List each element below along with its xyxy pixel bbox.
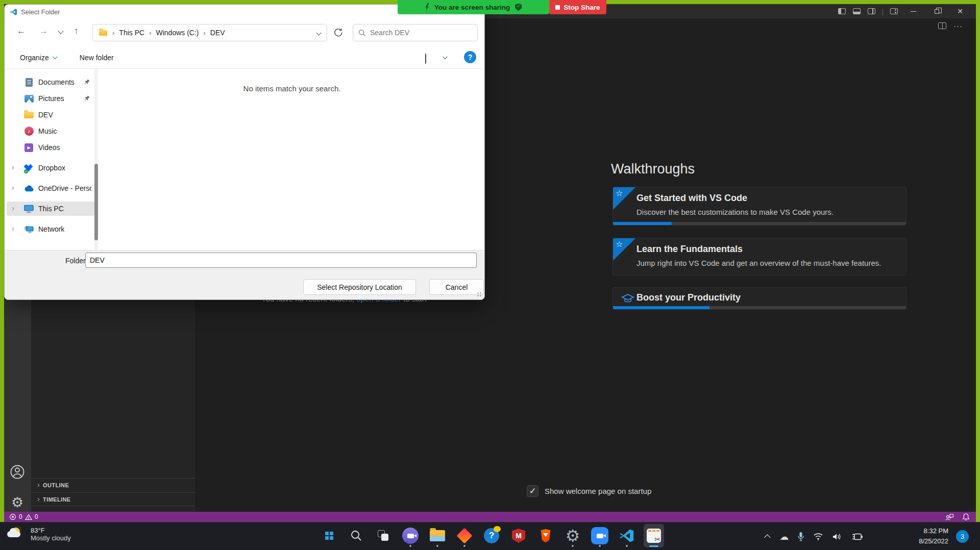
taskbar-settings[interactable]: ⚙ — [562, 524, 583, 547]
toggle-sidebar-icon[interactable] — [838, 8, 846, 14]
breadcrumb-separator: › — [204, 29, 206, 37]
snipping-tool-icon: ✂ — [647, 529, 661, 543]
warnings-icon — [25, 514, 32, 520]
tray-chevron-up-icon[interactable] — [764, 534, 771, 541]
outline-section-header[interactable]: › OUTLINE — [31, 478, 195, 491]
walkthrough-card-get-started[interactable]: ☆ Get Started with VS Code Discover the … — [612, 187, 906, 226]
expander-chevron-icon[interactable]: › — [12, 163, 14, 171]
select-folder-dialog: Select Folder ← → ↑ › This PC › Windows … — [4, 4, 485, 300]
start-button[interactable] — [319, 524, 339, 547]
view-mode-icon[interactable] — [425, 54, 426, 62]
refresh-icon[interactable] — [333, 28, 343, 39]
taskbar-vscode[interactable] — [617, 524, 637, 547]
breadcrumb-this-pc[interactable]: This PC — [119, 29, 144, 37]
stop-share-button[interactable]: Stop Share — [549, 0, 606, 14]
sidebar-item-dev[interactable]: DEV — [7, 108, 95, 122]
progress-track — [613, 222, 906, 225]
taskbar-file-explorer[interactable] — [427, 524, 448, 547]
taskbar-search-button[interactable] — [346, 524, 366, 547]
breadcrumb-dev[interactable]: DEV — [210, 29, 225, 37]
help-icon[interactable]: ? — [464, 51, 476, 63]
cancel-button[interactable]: Cancel — [429, 279, 484, 295]
close-button[interactable]: ✕ — [948, 4, 972, 18]
toggle-secondary-sidebar-icon[interactable] — [868, 8, 875, 14]
zoom-camera-icon — [591, 527, 608, 544]
volume-icon[interactable] — [832, 533, 842, 541]
wifi-icon[interactable] — [813, 532, 823, 541]
problems-status[interactable]: 0 0 — [9, 513, 38, 520]
this-pc-icon — [24, 205, 34, 213]
sidebar-item-network[interactable]: › Network — [7, 222, 95, 236]
walkthrough-card-fundamentals[interactable]: ☆ Learn the Fundamentals Jump right into… — [612, 238, 906, 276]
account-icon[interactable] — [9, 464, 26, 480]
expander-chevron-icon[interactable]: › — [12, 224, 14, 233]
notification-count-badge[interactable]: 3 — [956, 530, 969, 543]
breadcrumb[interactable]: › This PC › Windows (C:) › DEV — [92, 24, 327, 41]
address-dropdown-chevron-icon[interactable] — [316, 31, 322, 36]
sidebar-item-documents[interactable]: Documents — [7, 75, 95, 89]
view-dropdown-caret-icon[interactable] — [443, 54, 448, 59]
sidebar-scrollbar-thumb[interactable] — [94, 164, 98, 240]
feedback-icon[interactable] — [945, 513, 954, 521]
select-repository-location-button[interactable]: Select Repository Location — [303, 279, 416, 295]
taskbar-brave[interactable] — [535, 524, 556, 547]
expander-chevron-icon[interactable]: › — [12, 183, 14, 192]
taskbar-clock[interactable]: 8:32 PM 8/25/2022 — [919, 526, 948, 546]
up-arrow-icon[interactable]: ↑ — [74, 26, 79, 36]
vscode-logo-icon — [10, 8, 17, 16]
search-box[interactable] — [353, 24, 478, 41]
taskbar-diamond-app[interactable] — [454, 524, 475, 547]
sidebar-item-music[interactable]: ♪ Music — [7, 124, 95, 138]
walkthrough-card-productivity[interactable]: Boost your Productivity — [612, 287, 906, 310]
dialog-footer: Folder: Select Repository Location Cance… — [5, 250, 484, 299]
split-editor-icon[interactable] — [938, 22, 946, 29]
chevron-right-icon: › — [37, 481, 40, 489]
file-explorer-icon — [430, 530, 445, 541]
battery-charging-icon[interactable] — [850, 533, 863, 540]
taskbar-mcafee[interactable]: M — [508, 524, 529, 547]
organize-menu[interactable]: Organize — [20, 54, 56, 62]
windows-logo-icon — [325, 532, 333, 540]
recent-locations-chevron-icon[interactable] — [58, 28, 63, 34]
new-folder-button[interactable]: New folder — [80, 54, 114, 62]
weather-widget[interactable]: 83°F Mostly cloudy — [7, 527, 71, 542]
sidebar-item-this-pc[interactable]: › This PC — [7, 202, 95, 216]
settings-gear-icon: ⚙ — [566, 526, 580, 545]
timeline-section-header[interactable]: › TIMELINE — [31, 492, 195, 506]
stop-icon — [555, 5, 560, 10]
microphone-icon[interactable] — [797, 532, 804, 542]
pin-icon — [84, 95, 90, 103]
taskbar-snipping-tool-active[interactable]: ✂ — [644, 524, 664, 547]
onedrive-tray-icon[interactable]: ☁ — [779, 531, 789, 542]
breadcrumb-windows-c[interactable]: Windows (C:) — [156, 29, 199, 37]
sidebar-item-onedrive[interactable]: › OneDrive - Person — [7, 181, 95, 195]
taskbar-help-app[interactable]: ? — [481, 524, 502, 547]
more-actions-icon[interactable]: ··· — [953, 21, 963, 30]
folder-icon — [24, 112, 34, 118]
breadcrumb-separator: › — [112, 29, 114, 37]
search-input[interactable] — [370, 29, 462, 37]
taskbar-zoom[interactable] — [590, 524, 610, 547]
expander-chevron-icon[interactable]: › — [12, 204, 14, 212]
search-icon — [358, 29, 366, 37]
customize-layout-icon[interactable] — [890, 8, 898, 14]
share-border-right — [976, 0, 980, 522]
back-arrow-icon[interactable]: ← — [17, 26, 26, 36]
taskbar-chat-app[interactable] — [400, 524, 421, 547]
notifications-bell-icon[interactable] — [962, 513, 970, 521]
sidebar-item-dropbox[interactable]: › ✓ Dropbox — [7, 161, 95, 175]
minimize-button[interactable] — [901, 4, 925, 18]
sidebar-item-pictures[interactable]: Pictures — [7, 91, 95, 106]
checkbox-checked-icon[interactable]: ✓ — [527, 485, 538, 497]
toggle-panel-icon[interactable] — [853, 8, 861, 14]
walkthroughs-heading: Walkthroughs — [611, 161, 695, 177]
dialog-title: Select Folder — [21, 8, 60, 16]
settings-gear-icon[interactable]: ⚙ — [9, 494, 26, 510]
restore-button[interactable] — [925, 4, 948, 18]
progress-fill — [613, 306, 709, 309]
task-view-button[interactable] — [373, 524, 394, 547]
forward-arrow-icon[interactable]: → — [39, 26, 48, 36]
resize-grip[interactable] — [477, 292, 482, 297]
sidebar-item-videos[interactable]: ▶ Videos — [7, 140, 95, 155]
folder-name-input[interactable] — [85, 253, 477, 268]
